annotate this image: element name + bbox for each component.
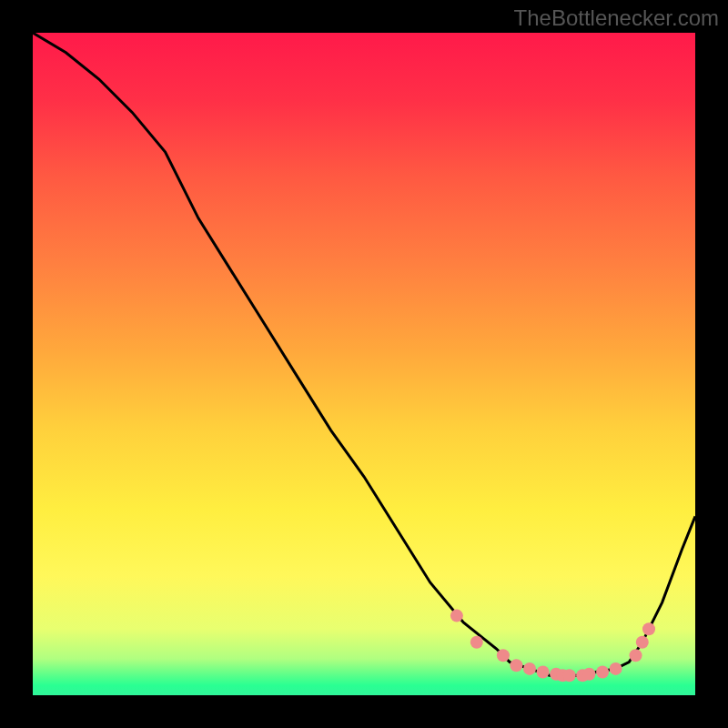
gradient-background bbox=[33, 33, 695, 695]
plot-area bbox=[33, 33, 695, 695]
highlight-dot bbox=[450, 610, 463, 622]
highlight-dot bbox=[596, 666, 609, 679]
highlight-dot bbox=[523, 662, 536, 675]
highlight-dot bbox=[563, 669, 576, 682]
highlight-dot bbox=[630, 649, 642, 662]
highlight-dot bbox=[610, 662, 622, 675]
highlight-dot bbox=[636, 636, 649, 649]
highlight-dot bbox=[583, 668, 596, 681]
highlight-dot bbox=[537, 666, 550, 679]
highlight-dot bbox=[510, 659, 522, 672]
highlight-dot bbox=[497, 649, 510, 662]
chart-frame: TheBottlenecker.com bbox=[0, 0, 728, 728]
highlight-dot bbox=[470, 636, 483, 649]
highlight-dot bbox=[642, 622, 655, 635]
chart-svg bbox=[33, 33, 695, 695]
watermark-text: TheBottlenecker.com bbox=[514, 5, 719, 31]
